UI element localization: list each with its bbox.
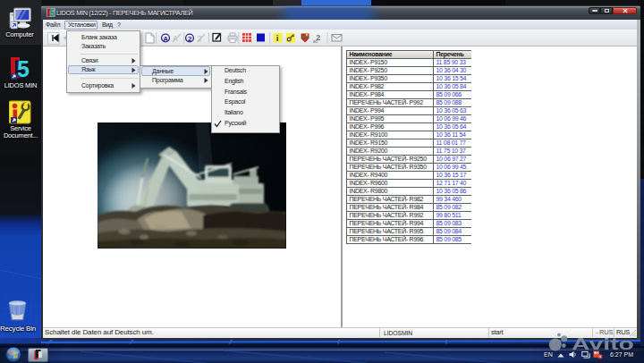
svg-text:5: 5: [50, 8, 55, 17]
svg-text:ab: ab: [313, 39, 318, 44]
svg-text:i: i: [276, 33, 279, 43]
svg-text:Avito: Avito: [572, 335, 634, 353]
svg-text:5: 5: [17, 56, 30, 81]
svg-text:2: 2: [188, 35, 192, 43]
svg-text:A: A: [163, 35, 168, 43]
